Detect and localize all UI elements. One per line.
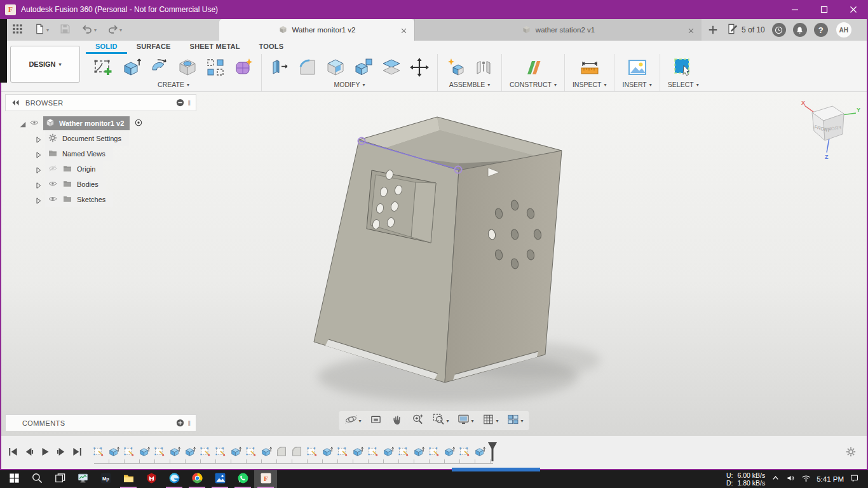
ribbon-group-label[interactable]: MODIFY▾ [334, 81, 365, 88]
add-comment-icon[interactable] [175, 418, 185, 428]
joint-button[interactable] [473, 57, 494, 78]
expand-arrow-icon[interactable] [33, 165, 41, 173]
fillet-button[interactable] [297, 57, 318, 78]
timeline-feature-extrude-2[interactable] [108, 446, 119, 458]
display-settings-button[interactable]: ▾ [455, 412, 475, 429]
browser-item-named-views[interactable]: Named Views [5, 146, 196, 161]
job-status-button[interactable] [772, 23, 786, 37]
taskbar-search-button[interactable] [25, 470, 48, 488]
app-launcher-grid-button[interactable] [8, 22, 27, 39]
look-at-button[interactable] [367, 412, 384, 429]
measure-button[interactable] [580, 57, 600, 78]
timeline-feature-extrude-26[interactable] [474, 446, 485, 458]
taskbar-mcafee-button[interactable] [140, 470, 163, 488]
maximize-button[interactable] [810, 0, 839, 19]
rectangular-pattern-button[interactable] [205, 57, 226, 78]
step-back-button[interactable] [24, 446, 35, 458]
timeline-feature-fillet-14[interactable] [291, 446, 302, 458]
split-body-button[interactable] [381, 57, 402, 78]
orbit-button[interactable]: ▾ [342, 412, 363, 429]
ribbon-group-label[interactable]: ASSEMBLE▾ [449, 81, 491, 88]
ribbon-group-label[interactable]: INSERT▾ [622, 81, 651, 88]
chevron-down-icon[interactable]: ▾ [94, 27, 97, 33]
timeline-feature-extrude-12[interactable] [261, 446, 272, 458]
move-copy-button[interactable] [409, 57, 430, 78]
hole-button[interactable] [177, 57, 198, 78]
timeline-feature-sketch-9[interactable] [215, 446, 226, 458]
expand-arrow-icon[interactable] [18, 119, 25, 127]
timeline-feature-sketch-8[interactable] [200, 446, 211, 458]
grid-and-snaps-button[interactable]: ▾ [480, 412, 501, 429]
chevron-down-icon[interactable]: ▾ [471, 418, 473, 424]
shell-button[interactable] [325, 57, 346, 78]
ribbon-tab-tools[interactable]: TOOLS [250, 41, 294, 54]
save-button[interactable] [55, 22, 75, 39]
timeline-scrollbar-thumb[interactable] [452, 468, 540, 471]
document-tab-2[interactable]: wather station2 v1 [414, 19, 702, 41]
tray-speaker-icon[interactable] [786, 473, 796, 485]
chevron-down-icon[interactable]: ▾ [358, 418, 361, 424]
timeline-feature-sketch-25[interactable] [459, 446, 470, 458]
timeline-feature-sketch-17[interactable] [337, 446, 348, 458]
new-document-tab-button[interactable] [707, 24, 719, 36]
select-tool-button[interactable] [673, 57, 693, 78]
close-button[interactable] [839, 0, 868, 19]
taskbar-mipony-button[interactable]: Mp [94, 470, 117, 488]
chevron-down-icon[interactable]: ▾ [496, 418, 499, 424]
taskbar-edge-button[interactable] [163, 470, 186, 488]
help-button[interactable]: ? [814, 23, 828, 37]
timeline-feature-extrude-4[interactable] [139, 446, 150, 458]
timeline-feature-sketch-3[interactable] [123, 446, 135, 458]
viewport[interactable]: BROWSER ‖ Wather monitor1 v2Document Set… [0, 92, 868, 436]
chevron-down-icon[interactable]: ▾ [521, 418, 524, 424]
insert-image-button[interactable] [627, 57, 648, 78]
document-tab-1[interactable]: Wather monitor1 v2 [219, 19, 414, 41]
timeline-feature-extrude-10[interactable] [230, 446, 241, 458]
construction-plane-button[interactable] [523, 57, 543, 78]
eye-visible-icon[interactable] [29, 118, 39, 129]
action-center-icon[interactable] [850, 473, 859, 485]
timeline-playhead[interactable] [487, 442, 498, 462]
timeline-feature-sketch-11[interactable] [245, 446, 257, 458]
document-count-badge[interactable]: 5 of 10 [726, 23, 765, 37]
timeline-feature-extrude-7[interactable] [184, 446, 196, 458]
ribbon-group-label[interactable]: CONSTRUCT▾ [510, 81, 557, 88]
notifications-button[interactable] [793, 23, 807, 37]
expand-arrow-icon[interactable] [33, 135, 41, 142]
panel-drag-handle[interactable]: ‖ [187, 419, 191, 427]
create-sketch-button[interactable] [93, 57, 114, 78]
pan-button[interactable] [388, 412, 405, 429]
eye-hidden-icon[interactable] [48, 163, 58, 175]
taskbar-photos-button[interactable] [208, 470, 231, 488]
eye-visible-icon[interactable] [48, 194, 58, 205]
timeline-feature-extrude-20[interactable] [383, 446, 394, 458]
minimize-button[interactable] [780, 0, 810, 19]
tray-chevron-up-icon[interactable] [771, 473, 780, 485]
taskbar-chrome-button[interactable] [186, 470, 208, 488]
browser-header[interactable]: BROWSER ‖ [5, 94, 196, 111]
zoom-button[interactable] [409, 412, 426, 429]
browser-item-document-settings[interactable]: Document Settings [5, 131, 196, 146]
browser-root-item[interactable]: Wather monitor1 v2 [5, 116, 196, 131]
new-component-button[interactable] [445, 57, 466, 78]
file-menu-button[interactable]: ▾ [30, 22, 53, 39]
timeline-settings-gear[interactable] [845, 446, 857, 458]
taskbar-whatsapp-button[interactable] [231, 470, 254, 488]
go-to-start-button[interactable] [8, 446, 19, 458]
browser-root-label[interactable]: Wather monitor1 v2 [43, 116, 130, 130]
ribbon-tab-sheet-metal[interactable]: SHEET METAL [180, 41, 250, 54]
chevron-down-icon[interactable]: ▾ [119, 27, 122, 33]
ribbon-tab-solid[interactable]: SOLID [86, 41, 127, 54]
press-pull-button[interactable] [269, 57, 290, 78]
view-cube[interactable]: X Y Z FRONT FRONT [799, 97, 860, 161]
expand-arrow-icon[interactable] [33, 196, 41, 203]
taskbar-task-view-button[interactable] [48, 470, 71, 488]
timeline-feature-extrude-24[interactable] [444, 446, 455, 458]
tray-wifi-icon[interactable] [801, 473, 811, 485]
comments-header[interactable]: COMMENTS ‖ [5, 414, 196, 431]
go-to-end-button[interactable] [71, 446, 83, 458]
revolve-button[interactable] [149, 57, 170, 78]
combine-button[interactable] [353, 57, 374, 78]
ribbon-group-label[interactable]: INSPECT▾ [573, 81, 607, 88]
timeline-feature-sketch-19[interactable] [367, 446, 379, 458]
